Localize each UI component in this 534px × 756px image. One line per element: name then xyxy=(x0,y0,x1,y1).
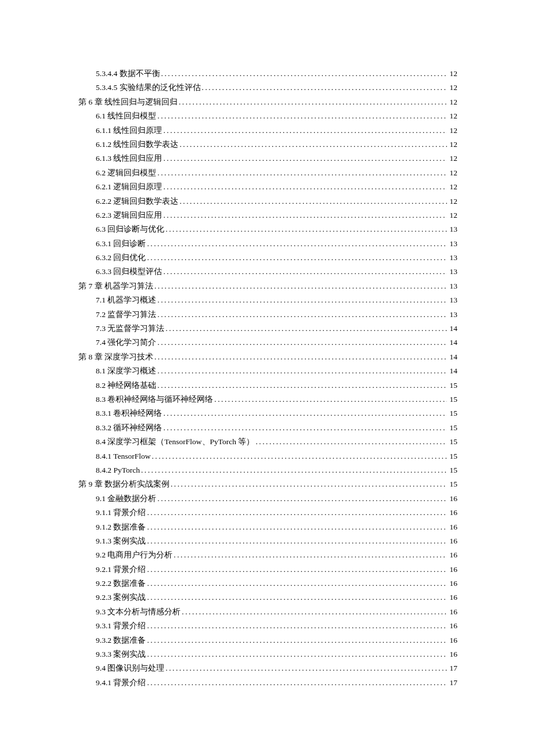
toc-entry-page: 12 xyxy=(447,195,457,208)
toc-leader-dots xyxy=(162,180,447,194)
toc-entry-page: 16 xyxy=(447,548,457,562)
toc-entry[interactable]: 7.3 无监督学习算法14 xyxy=(78,322,457,336)
toc-entry-page: 12 xyxy=(447,180,457,194)
toc-entry[interactable]: 6.2.3 逻辑回归应用12 xyxy=(78,208,457,222)
toc-entry[interactable]: 6.3.1 回归诊断13 xyxy=(78,237,457,251)
toc-entry-label: 9.1.1 背景介绍 xyxy=(96,506,146,520)
toc-entry-label: 9.2.3 案例实战 xyxy=(96,591,146,604)
toc-entry-label: 6.2.1 逻辑回归原理 xyxy=(96,180,162,194)
toc-entry[interactable]: 9.1.2 数据准备16 xyxy=(78,520,457,534)
toc-leader-dots xyxy=(162,208,447,222)
toc-entry[interactable]: 8.2 神经网络基础15 xyxy=(78,379,457,393)
toc-entry[interactable]: 9.1 金融数据分析16 xyxy=(78,492,457,506)
toc-leader-dots xyxy=(156,293,447,307)
toc-entry[interactable]: 9.4.1 背景介绍17 xyxy=(78,676,457,690)
toc-entry[interactable]: 5.3.4.5 实验结果的泛化性评估12 xyxy=(78,81,457,95)
toc-entry[interactable]: 6.1.3 线性回归应用12 xyxy=(78,152,457,165)
toc-entry-page: 13 xyxy=(447,293,457,307)
toc-entry-page: 15 xyxy=(447,393,457,406)
toc-entry-label: 7.3 无监督学习算法 xyxy=(96,322,164,336)
toc-entry-label: 8.4 深度学习框架（TensorFlow、PyTorch 等） xyxy=(96,435,254,449)
toc-entry-label: 7.1 机器学习概述 xyxy=(96,293,156,307)
toc-entry[interactable]: 8.3.2 循环神经网络15 xyxy=(78,421,457,435)
toc-entry-page: 16 xyxy=(447,591,457,604)
toc-leader-dots xyxy=(153,279,447,293)
toc-entry-page: 13 xyxy=(447,308,457,322)
toc-entry[interactable]: 9.3.3 案例实战16 xyxy=(78,647,457,661)
toc-entry[interactable]: 8.3 卷积神经网络与循环神经网络15 xyxy=(78,393,457,406)
toc-entry[interactable]: 9.1.1 背景介绍16 xyxy=(78,506,457,520)
toc-leader-dots xyxy=(146,563,447,577)
toc-entry[interactable]: 6.3 回归诊断与优化13 xyxy=(78,222,457,236)
toc-entry-page: 12 xyxy=(447,138,457,152)
toc-leader-dots xyxy=(162,406,447,420)
toc-entry-page: 12 xyxy=(447,208,457,222)
toc-leader-dots xyxy=(162,152,447,165)
toc-entry[interactable]: 9.2.3 案例实战16 xyxy=(78,591,457,604)
toc-entry[interactable]: 9.2.1 背景介绍16 xyxy=(78,563,457,577)
toc-entry-page: 16 xyxy=(447,506,457,520)
toc-entry[interactable]: 6.1.1 线性回归原理12 xyxy=(78,124,457,138)
toc-entry-label: 9.1.3 案例实战 xyxy=(96,534,146,548)
toc-leader-dots xyxy=(213,393,447,406)
toc-entry[interactable]: 6.1 线性回归模型12 xyxy=(78,109,457,123)
toc-entry[interactable]: 7.2 监督学习算法13 xyxy=(78,308,457,322)
toc-entry[interactable]: 9.3.1 背景介绍16 xyxy=(78,619,457,633)
toc-leader-dots xyxy=(160,67,448,81)
toc-entry[interactable]: 第 7 章 机器学习算法13 xyxy=(78,279,457,293)
toc-entry[interactable]: 6.2.1 逻辑回归原理12 xyxy=(78,180,457,194)
toc-entry-page: 12 xyxy=(447,81,457,95)
toc-entry-label: 5.3.4.5 实验结果的泛化性评估 xyxy=(96,81,201,95)
toc-entry-page: 12 xyxy=(447,166,457,180)
toc-entry[interactable]: 5.3.4.4 数据不平衡12 xyxy=(78,67,457,81)
toc-entry[interactable]: 8.4.1 TensorFlow15 xyxy=(78,449,457,463)
toc-leader-dots xyxy=(146,237,447,251)
toc-leader-dots xyxy=(201,81,448,95)
toc-entry[interactable]: 9.3.2 数据准备16 xyxy=(78,633,457,647)
toc-entry[interactable]: 9.4 图像识别与处理17 xyxy=(78,661,457,675)
toc-leader-dots xyxy=(156,308,447,322)
toc-entry-page: 17 xyxy=(447,661,457,675)
toc-entry-label: 7.2 监督学习算法 xyxy=(96,308,156,322)
toc-entry-label: 6.3.2 回归优化 xyxy=(96,251,146,265)
toc-entry[interactable]: 6.3.3 回归模型评估13 xyxy=(78,265,457,279)
toc-entry[interactable]: 7.1 机器学习概述13 xyxy=(78,293,457,307)
table-of-contents: 5.3.4.4 数据不平衡125.3.4.5 实验结果的泛化性评估12第 6 章… xyxy=(78,67,457,690)
toc-leader-dots xyxy=(162,265,447,279)
toc-entry[interactable]: 第 8 章 深度学习技术14 xyxy=(78,350,457,364)
toc-entry[interactable]: 8.4.2 PyTorch15 xyxy=(78,463,457,477)
document-page: 5.3.4.4 数据不平衡125.3.4.5 实验结果的泛化性评估12第 6 章… xyxy=(0,0,534,756)
toc-leader-dots xyxy=(146,534,447,548)
toc-entry[interactable]: 7.4 强化学习简介14 xyxy=(78,336,457,350)
toc-entry[interactable]: 6.1.2 线性回归数学表达12 xyxy=(78,138,457,152)
toc-entry-label: 6.3 回归诊断与优化 xyxy=(96,222,164,236)
toc-entry[interactable]: 8.3.1 卷积神经网络15 xyxy=(78,406,457,420)
toc-leader-dots xyxy=(162,124,447,138)
toc-entry[interactable]: 9.3 文本分析与情感分析16 xyxy=(78,605,457,619)
toc-leader-dots xyxy=(146,619,447,633)
toc-entry-label: 9.1.2 数据准备 xyxy=(96,520,146,534)
toc-entry[interactable]: 6.2 逻辑回归模型12 xyxy=(78,166,457,180)
toc-entry-page: 13 xyxy=(447,237,457,251)
toc-leader-dots xyxy=(146,506,447,520)
toc-entry[interactable]: 9.2.2 数据准备16 xyxy=(78,577,457,591)
toc-entry-label: 9.4 图像识别与处理 xyxy=(96,661,164,675)
toc-entry[interactable]: 9.1.3 案例实战16 xyxy=(78,534,457,548)
toc-entry[interactable]: 第 6 章 线性回归与逻辑回归12 xyxy=(78,95,457,109)
toc-entry-page: 15 xyxy=(447,406,457,420)
toc-leader-dots xyxy=(178,95,447,109)
toc-entry-label: 9.3.2 数据准备 xyxy=(96,633,146,647)
toc-leader-dots xyxy=(164,222,447,236)
toc-entry-label: 6.1.3 线性回归应用 xyxy=(96,152,162,165)
toc-entry[interactable]: 6.2.2 逻辑回归数学表达12 xyxy=(78,195,457,208)
toc-entry[interactable]: 6.3.2 回归优化13 xyxy=(78,251,457,265)
toc-entry[interactable]: 8.4 深度学习框架（TensorFlow、PyTorch 等）15 xyxy=(78,435,457,449)
toc-entry-label: 5.3.4.4 数据不平衡 xyxy=(96,67,160,81)
toc-entry-page: 15 xyxy=(447,379,457,393)
toc-leader-dots xyxy=(164,322,447,336)
toc-entry-label: 9.4.1 背景介绍 xyxy=(96,676,146,690)
toc-entry[interactable]: 第 9 章 数据分析实战案例15 xyxy=(78,477,457,491)
toc-entry[interactable]: 8.1 深度学习概述14 xyxy=(78,364,457,378)
toc-entry[interactable]: 9.2 电商用户行为分析16 xyxy=(78,548,457,562)
toc-leader-dots xyxy=(146,577,447,591)
